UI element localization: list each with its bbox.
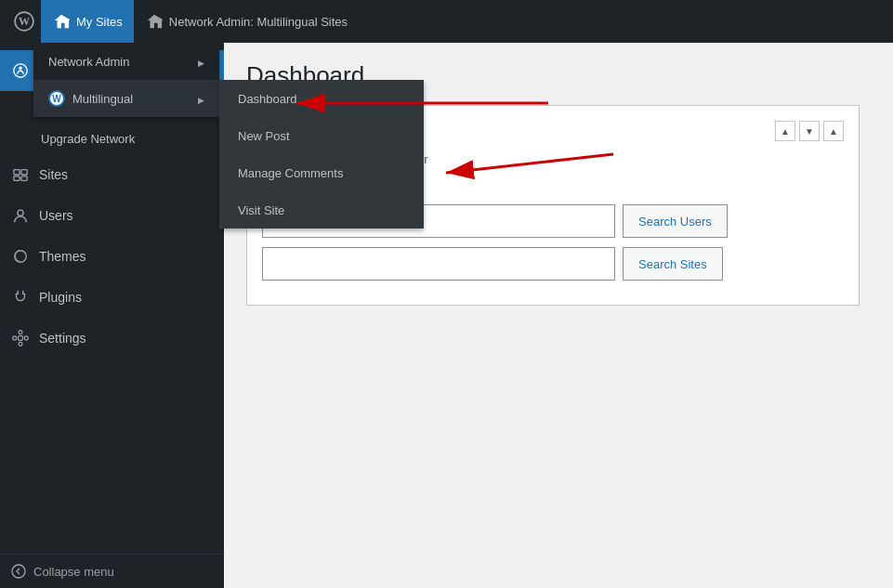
my-sites-icon <box>52 12 71 31</box>
box-controls: ▲ ▼ ▲ <box>775 121 844 141</box>
network-admin-bar-item[interactable]: Network Admin: Multilingual Sites <box>134 0 359 43</box>
submenu-visit-site-label: Visit Site <box>238 203 284 217</box>
network-admin-label: Network Admin <box>48 55 129 69</box>
collapse-label: Collapse menu <box>33 565 114 579</box>
svg-point-14 <box>18 335 22 340</box>
users-icon <box>11 206 30 225</box>
admin-bar: W My Sites Network Admin: Multilingual S… <box>0 0 893 43</box>
sidebar-item-themes[interactable]: Themes <box>0 236 224 277</box>
sidebar-upgrade-network-label: Upgrade Network <box>41 132 135 146</box>
plugins-icon <box>11 288 30 307</box>
wp-logo[interactable]: W <box>7 0 41 43</box>
sidebar-collapse[interactable]: Collapse menu <box>0 554 224 588</box>
network-admin-content: Network Admin <box>48 55 129 69</box>
submenu-manage-comments[interactable]: Manage Comments <box>219 154 424 191</box>
search-sites-row: Search Sites <box>262 247 844 281</box>
svg-rect-5 <box>21 170 27 175</box>
sidebar: Home Updates Upgrade Network <box>0 43 224 588</box>
settings-icon <box>11 329 30 347</box>
sidebar-users-label: Users <box>39 208 73 223</box>
sidebar-themes-label: Themes <box>39 249 86 264</box>
svg-rect-12 <box>13 336 17 340</box>
svg-rect-11 <box>19 343 22 346</box>
multilingual-wp-icon: W <box>48 90 65 107</box>
multilingual-content: W Multilingual <box>48 90 133 107</box>
svg-point-3 <box>19 67 22 71</box>
box-hide-btn[interactable]: ▲ <box>823 121 844 141</box>
multilingual-submenu: Dashboard New Post Manage Comments Visit… <box>219 80 424 229</box>
submenu-visit-site[interactable]: Visit Site <box>219 191 424 229</box>
themes-icon <box>11 247 30 266</box>
svg-rect-7 <box>21 176 27 181</box>
box-collapse-up-btn[interactable]: ▲ <box>775 121 795 141</box>
sidebar-item-users[interactable]: Users <box>0 195 224 236</box>
submenu-new-post-label: New Post <box>238 129 290 143</box>
my-sites-bar-item[interactable]: My Sites <box>41 0 134 43</box>
sites-icon <box>11 165 30 184</box>
collapse-icon <box>11 564 26 579</box>
svg-text:W: W <box>19 15 30 28</box>
submenu-new-post[interactable]: New Post <box>219 117 424 154</box>
sidebar-item-plugins[interactable]: Plugins <box>0 277 224 318</box>
my-sites-label: My Sites <box>76 15 123 29</box>
svg-point-15 <box>12 565 25 578</box>
svg-rect-6 <box>14 176 20 181</box>
my-sites-dropdown: Network Admin W Multilingual <box>33 43 219 117</box>
sidebar-item-sites[interactable]: Sites <box>0 154 224 195</box>
multilingual-chevron <box>198 92 204 106</box>
svg-rect-4 <box>14 170 20 175</box>
network-admin-bar-icon <box>145 12 164 31</box>
sidebar-settings-label: Settings <box>39 331 86 346</box>
svg-rect-13 <box>25 336 29 340</box>
sidebar-item-settings[interactable]: Settings <box>0 318 224 359</box>
paint-icon <box>11 61 30 80</box>
box-collapse-down-btn[interactable]: ▼ <box>799 121 820 141</box>
sidebar-item-upgrade-network[interactable]: Upgrade Network <box>0 123 224 154</box>
sidebar-sites-label: Sites <box>39 167 68 182</box>
network-admin-bar-title: Network Admin: Multilingual Sites <box>169 15 348 29</box>
multilingual-dropdown-item[interactable]: W Multilingual <box>33 80 219 117</box>
submenu-manage-comments-label: Manage Comments <box>238 166 343 180</box>
multilingual-label: Multilingual <box>72 92 133 106</box>
search-users-button[interactable]: Search Users <box>623 204 728 238</box>
sidebar-nav: Home Updates Upgrade Network <box>0 43 224 554</box>
submenu-dashboard-label: Dashboard <box>238 92 297 106</box>
search-sites-button[interactable]: Search Sites <box>623 247 723 281</box>
main-layout: Home Updates Upgrade Network <box>0 43 893 588</box>
svg-point-8 <box>18 210 23 216</box>
search-sites-input[interactable] <box>262 247 615 281</box>
sidebar-plugins-label: Plugins <box>39 290 82 305</box>
network-admin-dropdown-item[interactable]: Network Admin <box>33 43 219 80</box>
network-admin-chevron <box>198 55 204 69</box>
svg-rect-10 <box>19 331 22 334</box>
submenu-dashboard[interactable]: Dashboard <box>219 80 424 117</box>
